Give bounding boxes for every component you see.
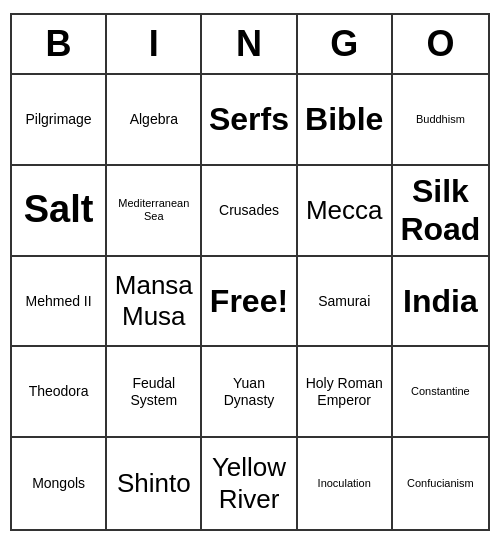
- bingo-cell: Constantine: [393, 347, 488, 438]
- cell-text: Algebra: [130, 111, 178, 128]
- cell-text: Bible: [305, 100, 383, 138]
- bingo-cell: Mansa Musa: [107, 257, 202, 348]
- bingo-cell: Bible: [298, 75, 393, 166]
- bingo-cell: Yellow River: [202, 438, 297, 529]
- header-letter: O: [393, 15, 488, 73]
- bingo-cell: Mehmed II: [12, 257, 107, 348]
- header-letter: I: [107, 15, 202, 73]
- cell-text: Samurai: [318, 293, 370, 310]
- bingo-cell: Theodora: [12, 347, 107, 438]
- cell-text: Pilgrimage: [26, 111, 92, 128]
- bingo-cell: Mediterranean Sea: [107, 166, 202, 257]
- bingo-cell: India: [393, 257, 488, 348]
- cell-text: Salt: [24, 187, 94, 233]
- cell-text: Mediterranean Sea: [111, 197, 196, 223]
- bingo-cell: Samurai: [298, 257, 393, 348]
- cell-text: Holy Roman Emperor: [302, 375, 387, 409]
- bingo-cell: Buddhism: [393, 75, 488, 166]
- bingo-cell: Free!: [202, 257, 297, 348]
- bingo-cell: Feudal System: [107, 347, 202, 438]
- cell-text: Constantine: [411, 385, 470, 398]
- cell-text: Buddhism: [416, 113, 465, 126]
- cell-text: Theodora: [29, 383, 89, 400]
- cell-text: Confucianism: [407, 477, 474, 490]
- cell-text: Feudal System: [111, 375, 196, 409]
- bingo-cell: Confucianism: [393, 438, 488, 529]
- cell-text: Serfs: [209, 100, 289, 138]
- cell-text: Crusades: [219, 202, 279, 219]
- cell-text: India: [403, 282, 478, 320]
- bingo-cell: Holy Roman Emperor: [298, 347, 393, 438]
- bingo-cell: Pilgrimage: [12, 75, 107, 166]
- cell-text: Yuan Dynasty: [206, 375, 291, 409]
- cell-text: Mehmed II: [26, 293, 92, 310]
- bingo-cell: Serfs: [202, 75, 297, 166]
- cell-text: Inoculation: [318, 477, 371, 490]
- bingo-cell: Shinto: [107, 438, 202, 529]
- bingo-cell: Salt: [12, 166, 107, 257]
- bingo-cell: Mecca: [298, 166, 393, 257]
- bingo-header: BINGO: [12, 15, 488, 75]
- cell-text: Free!: [210, 282, 288, 320]
- bingo-cell: Crusades: [202, 166, 297, 257]
- cell-text: Mansa Musa: [111, 270, 196, 332]
- header-letter: B: [12, 15, 107, 73]
- bingo-cell: Mongols: [12, 438, 107, 529]
- bingo-cell: Algebra: [107, 75, 202, 166]
- header-letter: G: [298, 15, 393, 73]
- bingo-card: BINGO PilgrimageAlgebraSerfsBibleBuddhis…: [10, 13, 490, 531]
- cell-text: Yellow River: [206, 452, 291, 514]
- cell-text: Shinto: [117, 468, 191, 499]
- bingo-cell: Silk Road: [393, 166, 488, 257]
- bingo-cell: Yuan Dynasty: [202, 347, 297, 438]
- bingo-grid: PilgrimageAlgebraSerfsBibleBuddhismSaltM…: [12, 75, 488, 529]
- bingo-cell: Inoculation: [298, 438, 393, 529]
- cell-text: Mongols: [32, 475, 85, 492]
- header-letter: N: [202, 15, 297, 73]
- cell-text: Mecca: [306, 195, 383, 226]
- cell-text: Silk Road: [397, 172, 484, 249]
